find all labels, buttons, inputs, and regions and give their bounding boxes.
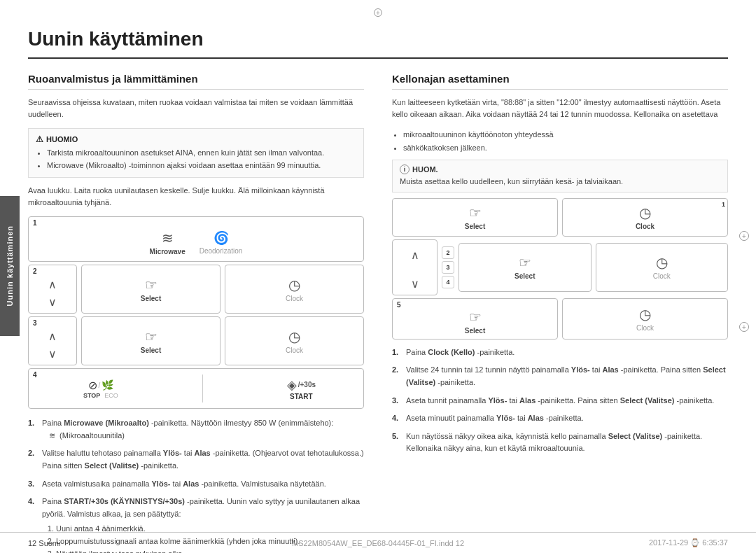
right-select-box-1: ☞ Select xyxy=(392,198,558,237)
right-instruction-2: 2. Valitse 24 tunnin tai 12 tunnin näytt… xyxy=(392,364,728,388)
warning-icon: ⚠ xyxy=(36,134,43,144)
select-icon-2: ☞ xyxy=(145,276,158,293)
main-content: Uunin käyttäminen Ruoanvalmistus ja lämm… xyxy=(28,28,728,532)
right-select-box-5: 5 ☞ Select xyxy=(392,298,558,340)
eco-icon: 🌿 xyxy=(102,379,113,391)
right-clock-icon-1: ◷ xyxy=(639,204,651,221)
down-arrow-icon: ∨ xyxy=(48,295,57,309)
columns-container: Ruoanvalmistus ja lämmittäminen Seuraavi… xyxy=(28,73,728,553)
up-arrow-icon: ∧ xyxy=(48,278,57,291)
up-arrow-icon-3: ∧ xyxy=(48,330,57,343)
section-tab: Uunin käyttäminen xyxy=(0,196,20,336)
right-clock-label-1: Clock xyxy=(636,223,654,230)
footer-file-info: MS22M8054AW_EE_DE68-04445F-01_FI.indd 12 xyxy=(292,539,464,547)
stop-label: STOP xyxy=(83,392,100,399)
warning-list: Tarkista mikroaaltouuninon asetukset AIN… xyxy=(36,147,356,172)
right-instruction-5: 5. Kun näytössä näkyy oikea aika, käynni… xyxy=(392,430,728,455)
right-instruction-3: 3. Aseta tunnit painamalla Ylös- tai Ala… xyxy=(392,395,728,407)
clock-button-box-3: ◷ Clock xyxy=(225,316,364,365)
bullet-item-1: mikroaaltouuninon käyttöönoton yhteydess… xyxy=(403,128,728,141)
diagram-row-4: 4 ⊘ / 🌿 STOP ECO xyxy=(28,368,364,409)
right-clock-box-1: 1 ◷ Clock xyxy=(562,198,728,237)
right-num-3: 3 xyxy=(442,261,454,274)
left-steps-diagram: 1 ≋ Microwave 🌀 Deodorization xyxy=(28,216,364,409)
right-steps-diagram: ☞ Select 1 ◷ Clock xyxy=(392,198,728,340)
right-select-label-5: Select xyxy=(465,327,485,335)
right-down-arrow: ∨ xyxy=(411,277,419,290)
right-bullet-list: mikroaaltouuninon käyttöönoton yhteydess… xyxy=(392,128,728,154)
footer: 12 Suomi MS22M8054AW_EE_DE68-04445F-01_F… xyxy=(0,532,756,553)
huom-icon: i xyxy=(400,164,410,174)
right-section-title: Kellonajan asettaminen xyxy=(392,73,728,90)
slash-icon: / xyxy=(99,382,101,389)
diagram-row-3: 3 ∧ ∨ ☞ Select ◷ Clock xyxy=(28,316,364,365)
huom-text: Muista asettaa kello uudelleen, kun siir… xyxy=(400,176,720,188)
arrows-box-3: 3 ∧ ∨ xyxy=(28,316,77,365)
instruction-3: 3. Aseta valmistusaika painamalla Ylös- … xyxy=(28,478,364,491)
right-registration-mark-top xyxy=(739,231,749,241)
step-badge-2: 2 xyxy=(33,267,37,275)
microwave-label: Microwave xyxy=(150,248,186,255)
divider xyxy=(202,374,203,402)
right-select-label-23: Select xyxy=(514,272,535,280)
right-instruction-1: 1. Paina Clock (Kello) -painiketta. xyxy=(392,346,728,359)
right-select-icon-1: ☞ xyxy=(469,204,482,221)
section-tab-label: Uunin käyttäminen xyxy=(6,225,14,306)
start-addon: /+30s xyxy=(298,381,316,388)
left-column: Ruoanvalmistus ja lämmittäminen Seuraavi… xyxy=(28,73,364,553)
right-step-badge-1: 1 xyxy=(722,201,725,208)
right-diagram-row-5: 5 ☞ Select ◷ Clock xyxy=(392,298,728,340)
start-group: ◈ /+30s START xyxy=(287,377,316,400)
clock-icon-3: ◷ xyxy=(288,328,300,345)
left-section-title: Ruoanvalmistus ja lämmittäminen xyxy=(28,73,364,90)
select-label-3: Select xyxy=(141,346,161,354)
right-up-arrow: ∧ xyxy=(411,248,419,262)
right-clock-box-5: ◷ Clock xyxy=(562,298,728,340)
right-select-box-23: ☞ Select xyxy=(458,243,592,292)
right-clock-label-23: Clock xyxy=(653,272,671,280)
right-clock-box-23: ◷ Clock xyxy=(596,243,729,292)
microwave-icon: ≋ xyxy=(162,230,174,246)
footer-date: 2017-11-29 ⌚ 6:35:37 xyxy=(649,538,728,547)
right-num-4: 4 xyxy=(442,276,454,288)
clock-icon-2: ◷ xyxy=(288,276,300,293)
right-clock-label-5: Clock xyxy=(636,324,654,332)
left-intro-text: Seuraavissa ohjeissa kuvataan, miten ruo… xyxy=(28,97,364,120)
diagram-row-1: 1 ≋ Microwave 🌀 Deodorization xyxy=(28,216,364,262)
warning-item: Microwave (Mikroaalto) -toiminnon ajaksi… xyxy=(47,160,356,172)
instruction-1: 1. Paina Microwave (Mikroaalto) -painike… xyxy=(28,417,364,442)
stop-start-box: 4 ⊘ / 🌿 STOP ECO xyxy=(28,368,364,409)
footer-page-number: 12 Suomi xyxy=(28,539,60,547)
warning-box: ⚠ HUOMIO Tarkista mikroaaltouuninon aset… xyxy=(28,128,364,178)
right-select-label-1: Select xyxy=(465,223,485,230)
stop-eco-group: ⊘ / 🌿 STOP ECO xyxy=(83,379,118,399)
select-button-box-2: ☞ Select xyxy=(81,265,220,314)
left-info-text: Avaa luukku. Laita ruoka uunilautasen ke… xyxy=(28,185,364,208)
right-diagram-row-2: ∧ ∨ 2 3 4 xyxy=(392,239,728,295)
down-arrow-icon-3: ∨ xyxy=(48,347,57,360)
right-column: Kellonajan asettaminen Kun laitteeseen k… xyxy=(392,73,728,553)
bullet-item-2: sähkökatkoksen jälkeen. xyxy=(403,141,728,155)
right-step-badge-5: 5 xyxy=(397,301,401,309)
top-registration-mark xyxy=(374,8,382,17)
right-intro-text: Kun laitteeseen kytketään virta, "88:88"… xyxy=(392,97,728,120)
instruction-2: 2. Valitse haluttu tehotaso painamalla Y… xyxy=(28,447,364,472)
warning-title: ⚠ HUOMIO xyxy=(36,134,356,144)
step-badge-4: 4 xyxy=(33,371,37,379)
right-clock-icon-5: ◷ xyxy=(639,306,651,323)
deodorization-icon: 🌀 xyxy=(214,230,229,246)
clock-button-box-2: ◷ Clock xyxy=(225,265,364,314)
start-icon: ◈ xyxy=(287,377,297,393)
huom-note: i HUOM. Muista asettaa kello uudelleen, … xyxy=(392,160,728,192)
page-title: Uunin käyttäminen xyxy=(28,28,728,59)
select-icon-3: ☞ xyxy=(145,328,158,345)
select-label-2: Select xyxy=(141,295,161,302)
start-label: START xyxy=(290,393,313,400)
step-badge-3: 3 xyxy=(33,319,37,327)
clock-label-3: Clock xyxy=(286,346,303,354)
right-arrows-box: ∧ ∨ xyxy=(392,239,438,295)
microwave-button-box: 1 ≋ Microwave 🌀 Deodorization xyxy=(28,216,364,262)
stop-icon: ⊘ xyxy=(88,379,97,392)
right-instruction-4: 4. Aseta minuutit painamalla Ylös- tai A… xyxy=(392,412,728,425)
page: Uunin käyttäminen Uunin käyttäminen Ruoa… xyxy=(0,0,756,553)
